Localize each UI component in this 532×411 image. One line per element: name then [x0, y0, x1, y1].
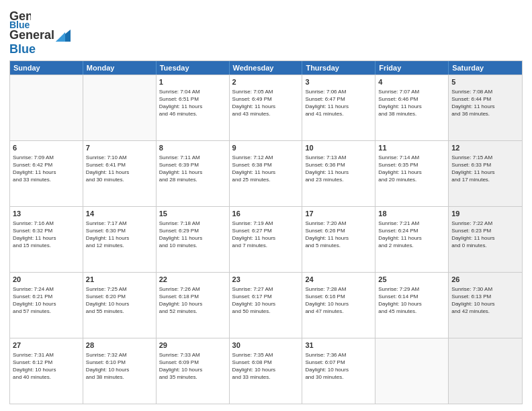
cell-sunrise: Sunrise: 7:15 AM [451, 154, 519, 161]
day-number: 10 [305, 143, 372, 153]
cal-cell-5-6 [375, 338, 449, 404]
cell-sunrise: Sunrise: 7:31 AM [13, 351, 80, 359]
cal-cell-1-2 [83, 75, 157, 140]
cell-daylight2: and 10 minutes. [159, 242, 226, 249]
cell-daylight2: and 17 minutes. [451, 176, 519, 183]
cell-sunset: Sunset: 6:46 PM [378, 95, 445, 103]
cell-sunset: Sunset: 6:51 PM [159, 95, 226, 103]
cell-daylight2: and 41 minutes. [305, 110, 372, 118]
day-number: 16 [232, 209, 300, 219]
cal-cell-3-1: 13Sunrise: 7:16 AMSunset: 6:32 PMDayligh… [10, 207, 83, 272]
cell-daylight1: Daylight: 10 hours [86, 300, 153, 308]
day-number: 20 [13, 275, 80, 285]
cell-sunset: Sunset: 6:38 PM [232, 161, 300, 169]
cell-sunset: Sunset: 6:10 PM [86, 359, 153, 366]
cell-sunset: Sunset: 6:49 PM [232, 95, 300, 103]
cal-cell-3-2: 14Sunrise: 7:17 AMSunset: 6:30 PMDayligh… [83, 207, 157, 272]
cell-daylight2: and 55 minutes. [86, 308, 153, 315]
cell-daylight1: Daylight: 11 hours [378, 234, 445, 242]
cell-sunset: Sunset: 6:29 PM [159, 227, 226, 234]
page: General Blue General Blue Sunday Monday [0, 0, 532, 411]
cell-sunset: Sunset: 6:26 PM [305, 227, 372, 234]
cell-sunrise: Sunrise: 7:04 AM [159, 88, 226, 95]
calendar: Sunday Monday Tuesday Wednesday Thursday… [9, 60, 523, 404]
cal-cell-2-1: 6Sunrise: 7:09 AMSunset: 6:42 PMDaylight… [10, 141, 83, 206]
cell-sunrise: Sunrise: 7:26 AM [159, 285, 226, 293]
cell-sunrise: Sunrise: 7:11 AM [159, 154, 226, 161]
day-number: 17 [305, 209, 372, 219]
svg-text:Blue: Blue [9, 19, 30, 28]
cell-sunset: Sunset: 6:27 PM [232, 227, 300, 234]
cell-daylight2: and 40 minutes. [13, 373, 80, 381]
cell-sunrise: Sunrise: 7:25 AM [86, 285, 153, 293]
cell-daylight2: and 35 minutes. [159, 373, 226, 381]
cell-daylight2: and 20 minutes. [378, 176, 445, 183]
cell-sunset: Sunset: 6:41 PM [86, 161, 153, 169]
logo: General Blue General Blue [9, 7, 71, 56]
cell-daylight1: Daylight: 11 hours [305, 103, 372, 110]
cell-daylight1: Daylight: 11 hours [378, 169, 445, 176]
cell-daylight1: Daylight: 11 hours [159, 169, 226, 176]
cell-sunrise: Sunrise: 7:27 AM [232, 285, 300, 293]
calendar-header: Sunday Monday Tuesday Wednesday Thursday… [10, 61, 522, 75]
cal-cell-5-3: 29Sunrise: 7:33 AMSunset: 6:09 PMDayligh… [157, 338, 230, 404]
cell-daylight2: and 47 minutes. [305, 308, 372, 315]
cal-cell-5-5: 31Sunrise: 7:36 AMSunset: 6:07 PMDayligh… [302, 338, 375, 404]
week-row-4: 20Sunrise: 7:24 AMSunset: 6:21 PMDayligh… [10, 272, 522, 338]
cal-cell-2-7: 12Sunrise: 7:15 AMSunset: 6:33 PMDayligh… [449, 141, 522, 206]
cell-sunset: Sunset: 6:23 PM [451, 227, 519, 234]
cell-daylight2: and 38 minutes. [378, 110, 445, 118]
cell-daylight1: Daylight: 10 hours [13, 366, 80, 373]
cal-cell-2-4: 9Sunrise: 7:12 AMSunset: 6:38 PMDaylight… [230, 141, 303, 206]
cell-sunset: Sunset: 6:44 PM [451, 95, 519, 103]
day-number: 14 [86, 209, 153, 219]
day-number: 18 [378, 209, 445, 219]
cell-sunset: Sunset: 6:17 PM [232, 293, 300, 300]
cell-sunrise: Sunrise: 7:05 AM [232, 88, 300, 95]
cell-daylight1: Daylight: 10 hours [305, 300, 372, 308]
cell-daylight1: Daylight: 11 hours [451, 169, 519, 176]
cal-cell-4-3: 22Sunrise: 7:26 AMSunset: 6:18 PMDayligh… [157, 273, 230, 338]
cell-sunrise: Sunrise: 7:08 AM [451, 88, 519, 95]
cell-daylight1: Daylight: 10 hours [159, 300, 226, 308]
day-number: 27 [13, 340, 80, 351]
cell-sunrise: Sunrise: 7:14 AM [378, 154, 445, 161]
cal-cell-4-5: 24Sunrise: 7:28 AMSunset: 6:16 PMDayligh… [302, 273, 375, 338]
day-number: 19 [451, 209, 519, 219]
cell-daylight2: and 38 minutes. [86, 373, 153, 381]
cal-cell-3-7: 19Sunrise: 7:22 AMSunset: 6:23 PMDayligh… [449, 207, 522, 272]
cell-sunset: Sunset: 6:07 PM [305, 359, 372, 366]
cell-daylight2: and 43 minutes. [232, 110, 300, 118]
cal-cell-5-2: 28Sunrise: 7:32 AMSunset: 6:10 PMDayligh… [83, 338, 157, 404]
cell-sunrise: Sunrise: 7:09 AM [13, 154, 80, 161]
cell-daylight1: Daylight: 11 hours [305, 169, 372, 176]
cell-sunrise: Sunrise: 7:28 AM [305, 285, 372, 293]
header-saturday: Saturday [449, 61, 522, 75]
cal-cell-3-6: 18Sunrise: 7:21 AMSunset: 6:24 PMDayligh… [375, 207, 449, 272]
cal-cell-4-4: 23Sunrise: 7:27 AMSunset: 6:17 PMDayligh… [230, 273, 303, 338]
cal-cell-4-1: 20Sunrise: 7:24 AMSunset: 6:21 PMDayligh… [10, 273, 83, 338]
cell-daylight2: and 45 minutes. [378, 308, 445, 315]
cell-daylight1: Daylight: 11 hours [378, 103, 445, 110]
cell-sunset: Sunset: 6:12 PM [13, 359, 80, 366]
calendar-body: 1Sunrise: 7:04 AMSunset: 6:51 PMDaylight… [10, 75, 522, 404]
cal-cell-1-4: 2Sunrise: 7:05 AMSunset: 6:49 PMDaylight… [230, 75, 303, 140]
cell-sunrise: Sunrise: 7:13 AM [305, 154, 372, 161]
cal-cell-4-6: 25Sunrise: 7:29 AMSunset: 6:14 PMDayligh… [375, 273, 449, 338]
cell-daylight2: and 50 minutes. [232, 308, 300, 315]
cell-sunrise: Sunrise: 7:35 AM [232, 351, 300, 359]
cell-sunset: Sunset: 6:42 PM [13, 161, 80, 169]
cell-daylight1: Daylight: 11 hours [232, 169, 300, 176]
day-number: 30 [232, 340, 300, 351]
day-number: 23 [232, 275, 300, 285]
cell-sunset: Sunset: 6:33 PM [451, 161, 519, 169]
day-number: 25 [378, 275, 445, 285]
cell-sunrise: Sunrise: 7:22 AM [451, 220, 519, 227]
cell-sunrise: Sunrise: 7:12 AM [232, 154, 300, 161]
cell-sunset: Sunset: 6:30 PM [86, 227, 153, 234]
cal-cell-3-3: 15Sunrise: 7:18 AMSunset: 6:29 PMDayligh… [157, 207, 230, 272]
day-number: 28 [86, 340, 153, 351]
cell-daylight1: Daylight: 11 hours [451, 103, 519, 110]
cell-daylight1: Daylight: 11 hours [305, 234, 372, 242]
week-row-3: 13Sunrise: 7:16 AMSunset: 6:32 PMDayligh… [10, 206, 522, 272]
